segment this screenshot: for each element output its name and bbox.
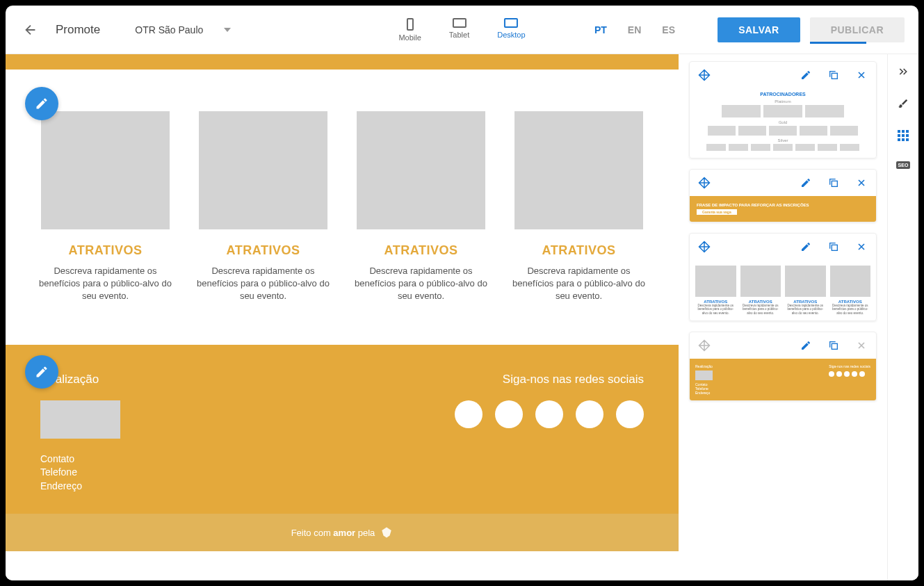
grid-icon[interactable] — [897, 129, 909, 142]
fox-icon — [380, 526, 393, 539]
attraction-card: ATRATIVOS Descreva rapidamente os benefí… — [510, 111, 649, 303]
edit-footer-fab[interactable] — [25, 355, 58, 389]
close-icon[interactable] — [855, 69, 868, 81]
lang-en[interactable]: EN — [628, 24, 641, 35]
device-mobile[interactable]: Mobile — [398, 18, 421, 42]
copy-icon[interactable] — [827, 177, 840, 189]
footer-contact: Contato Telefone Endereço — [40, 453, 120, 494]
edit-icon[interactable] — [800, 339, 812, 352]
footer-logo — [40, 400, 120, 439]
panel-cta[interactable]: FRASE DE IMPACTO PARA REFORÇAR AS INSCRI… — [689, 169, 877, 222]
copy-icon[interactable] — [827, 339, 840, 352]
seo-badge[interactable]: SEO — [896, 161, 911, 169]
move-icon[interactable] — [698, 241, 711, 253]
save-button[interactable]: SALVAR — [718, 17, 800, 42]
lang-tabs: PT EN ES — [594, 24, 675, 35]
attraction-image — [357, 111, 485, 229]
panel-header — [690, 170, 876, 196]
topbar: Promote OTR São Paulo Mobile Tablet Desk… — [6, 6, 918, 54]
attraction-title: ATRATIVOS — [194, 243, 333, 258]
svg-rect-4 — [898, 130, 900, 133]
back-button[interactable] — [19, 19, 42, 41]
event-dropdown[interactable]: OTR São Paulo — [135, 24, 231, 35]
attraction-card: ATRATIVOS Descreva rapidamente os benefí… — [194, 111, 333, 303]
footer-right: Siga-nos nas redes sociais — [455, 373, 644, 428]
svg-rect-7 — [898, 134, 900, 137]
move-icon[interactable] — [698, 69, 711, 81]
panel-preview: FRASE DE IMPACTO PARA REFORÇAR AS INSCRI… — [690, 196, 876, 222]
attractions-section: ATRATIVOS Descreva rapidamente os benefí… — [6, 70, 679, 345]
social-link[interactable] — [535, 400, 563, 428]
social-links — [455, 400, 644, 428]
panel-header — [690, 332, 876, 359]
panel-header — [690, 62, 876, 88]
close-icon[interactable] — [855, 177, 868, 189]
svg-rect-1 — [832, 181, 837, 186]
brush-icon[interactable] — [897, 97, 909, 110]
panel-footer[interactable]: Realização Contato Telefone Endereço Sig… — [689, 332, 877, 401]
panel-header — [690, 234, 876, 260]
footer-top: Realização Contato Telefone Endereço Sig… — [40, 373, 644, 494]
desktop-icon — [504, 18, 518, 28]
panel-preview: ATRATIVOSDescreva rapidamente os benefíc… — [690, 260, 876, 320]
tablet-icon — [453, 18, 467, 28]
svg-rect-12 — [906, 138, 909, 141]
device-desktop[interactable]: Desktop — [497, 18, 525, 42]
svg-rect-3 — [832, 344, 837, 350]
attraction-image — [41, 111, 170, 229]
yellow-strip — [6, 54, 679, 70]
social-link[interactable] — [495, 400, 523, 428]
cta-btn-preview: Garanta sua vaga — [697, 209, 737, 215]
svg-rect-10 — [898, 138, 900, 141]
attraction-image — [514, 111, 643, 229]
footer-left: Realização Contato Telefone Endereço — [40, 373, 120, 494]
close-icon — [855, 339, 868, 352]
device-tablet[interactable]: Tablet — [449, 18, 469, 42]
panel-attractions[interactable]: ATRATIVOSDescreva rapidamente os benefíc… — [689, 233, 877, 321]
social-title: Siga-nos nas redes sociais — [455, 373, 644, 386]
close-icon[interactable] — [855, 241, 868, 253]
edit-section-fab[interactable] — [25, 87, 58, 120]
attraction-desc: Descreva rapidamente os benefícios para … — [36, 265, 175, 303]
move-icon[interactable] — [698, 177, 711, 189]
edit-icon[interactable] — [800, 241, 812, 253]
svg-rect-2 — [832, 245, 837, 250]
side-panels[interactable]: PATROCINADORES Platinum Gold Silver — [679, 54, 887, 580]
attraction-desc: Descreva rapidamente os benefícios para … — [352, 265, 491, 303]
mobile-icon — [407, 18, 414, 31]
social-link[interactable] — [616, 400, 644, 428]
copy-icon[interactable] — [827, 241, 840, 253]
panel-preview: Realização Contato Telefone Endereço Sig… — [690, 359, 876, 400]
footer-section: Realização Contato Telefone Endereço Sig… — [6, 345, 679, 514]
svg-rect-9 — [906, 134, 909, 137]
chevron-down-icon — [224, 28, 231, 32]
svg-rect-0 — [832, 73, 837, 79]
dropdown-value: OTR São Paulo — [135, 24, 203, 35]
edit-icon[interactable] — [800, 177, 812, 189]
tool-rail: SEO — [887, 54, 918, 580]
move-icon — [698, 339, 711, 352]
panel-sponsors[interactable]: PATROCINADORES Platinum Gold Silver — [689, 61, 877, 158]
attraction-title: ATRATIVOS — [36, 243, 175, 258]
edit-icon[interactable] — [800, 69, 812, 81]
device-tabs: Mobile Tablet Desktop — [398, 18, 525, 42]
lang-es[interactable]: ES — [662, 24, 675, 35]
svg-rect-6 — [906, 130, 909, 133]
attraction-card: ATRATIVOS Descreva rapidamente os benefí… — [352, 111, 491, 303]
svg-rect-5 — [902, 130, 905, 133]
publish-button[interactable]: PUBLICAR — [810, 17, 905, 42]
canvas[interactable]: ATRATIVOS Descreva rapidamente os benefí… — [6, 54, 679, 580]
lang-pt[interactable]: PT — [594, 24, 607, 35]
expand-icon[interactable] — [897, 65, 909, 78]
svg-rect-8 — [902, 134, 905, 137]
main-area: ATRATIVOS Descreva rapidamente os benefí… — [6, 54, 918, 580]
attraction-title: ATRATIVOS — [510, 243, 649, 258]
attraction-title: ATRATIVOS — [352, 243, 491, 258]
page-title: Promote — [56, 23, 100, 37]
social-link[interactable] — [576, 400, 603, 428]
social-link[interactable] — [455, 400, 483, 428]
app-window: Promote OTR São Paulo Mobile Tablet Desk… — [6, 6, 918, 580]
copy-icon[interactable] — [827, 69, 840, 81]
attraction-desc: Descreva rapidamente os benefícios para … — [194, 265, 333, 303]
made-with-text: Feito com amor pela — [291, 528, 375, 538]
